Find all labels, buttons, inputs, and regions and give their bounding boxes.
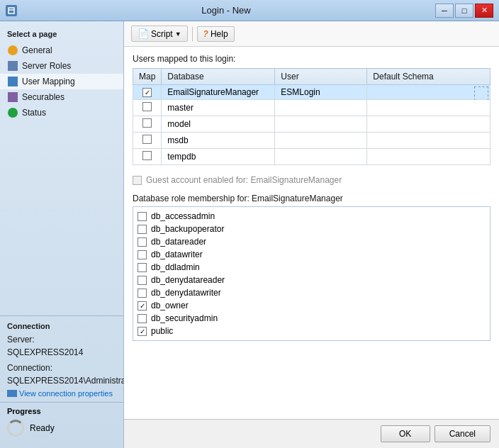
row-checkbox[interactable] xyxy=(142,135,152,144)
sidebar-status-label: Status xyxy=(22,108,46,118)
role-label: db_denydatawriter xyxy=(151,288,221,298)
roles-label: Database role membership for: EmailSigna… xyxy=(133,194,490,203)
sidebar-item-securables[interactable]: Securables xyxy=(0,89,123,105)
main-container: Select a page General Server Roles User … xyxy=(0,21,499,448)
role-checkbox[interactable] xyxy=(138,250,147,259)
role-item[interactable]: db_denydatareader xyxy=(138,274,486,286)
role-item[interactable]: db_securityadmin xyxy=(138,312,486,325)
close-button[interactable]: ✕ xyxy=(475,4,493,18)
cancel-button[interactable]: Cancel xyxy=(434,425,490,442)
row-checkbox[interactable] xyxy=(142,88,152,97)
roles-section: Database role membership for: EmailSigna… xyxy=(133,194,490,341)
users-section-label: Users mapped to this login: xyxy=(133,54,490,64)
content-area: 📄 Script ▼ ? Help Users mapped to this l… xyxy=(124,21,499,448)
row-checkbox[interactable] xyxy=(142,118,152,128)
users-table: Map Database User Default Schema EmailSi… xyxy=(133,68,490,165)
role-label: db_datawriter xyxy=(151,250,203,259)
server-roles-icon xyxy=(7,60,18,72)
table-row[interactable]: tempdb xyxy=(133,149,490,165)
script-arrow: ▼ xyxy=(175,30,181,38)
help-icon: ? xyxy=(203,29,208,39)
row-user xyxy=(275,133,367,149)
help-label: Help xyxy=(211,29,228,39)
sidebar-server-roles-label: Server Roles xyxy=(22,61,71,71)
role-item[interactable]: db_denydatawriter xyxy=(138,286,486,299)
row-database: msdb xyxy=(162,133,275,149)
title-bar: Login - New ─ □ ✕ xyxy=(0,0,499,21)
col-user: User xyxy=(275,69,367,85)
role-checkbox[interactable] xyxy=(138,276,147,285)
row-schema xyxy=(367,149,490,165)
role-item[interactable]: db_datareader xyxy=(138,235,486,248)
connection-header: Connection xyxy=(7,322,116,330)
role-label: db_ddladmin xyxy=(151,262,200,272)
app-icon xyxy=(6,5,17,16)
row-schema xyxy=(367,100,490,116)
connection-info: Connection: SQLEXPRESS2014\Administrator xyxy=(7,362,116,387)
role-label: db_denydatareader xyxy=(151,275,225,285)
row-checkbox[interactable] xyxy=(142,151,152,160)
role-item[interactable]: db_backupoperator xyxy=(138,223,486,235)
table-row[interactable]: EmailSignatureManager ESMLogin xyxy=(133,85,490,100)
role-checkbox[interactable] xyxy=(138,289,147,298)
role-label: db_securityadmin xyxy=(151,313,218,323)
role-label: public xyxy=(151,326,173,336)
role-checkbox[interactable] xyxy=(138,314,147,323)
server-label: Server: SQLEXPRESS2014 xyxy=(7,333,116,359)
role-checkbox[interactable] xyxy=(138,327,147,336)
role-item[interactable]: db_datawriter xyxy=(138,248,486,261)
row-checkbox[interactable] xyxy=(142,102,152,111)
sidebar-item-general[interactable]: General xyxy=(0,43,123,58)
content-body: Users mapped to this login: Map Database… xyxy=(124,47,499,419)
sidebar-securables-label: Securables xyxy=(22,92,65,102)
row-database: tempdb xyxy=(162,149,275,165)
role-label: db_owner xyxy=(151,301,189,310)
sidebar-item-status[interactable]: Status xyxy=(0,105,123,121)
server-value: SQLEXPRESS2014 xyxy=(7,347,83,357)
sidebar-item-user-mapping[interactable]: User Mapping xyxy=(0,74,123,89)
row-user: ESMLogin xyxy=(275,85,367,100)
row-user xyxy=(275,116,367,133)
minimize-button[interactable]: ─ xyxy=(435,4,454,18)
progress-content: Ready xyxy=(7,420,116,437)
ok-button[interactable]: OK xyxy=(381,425,430,442)
select-page-label: Select a page xyxy=(0,27,123,43)
role-checkbox[interactable] xyxy=(138,301,147,310)
row-schema xyxy=(367,85,490,100)
progress-spinner xyxy=(7,420,24,437)
toolbar-separator xyxy=(192,27,193,41)
progress-status: Ready xyxy=(30,423,55,433)
connection-value: SQLEXPRESS2014\Administrator xyxy=(7,376,135,386)
securables-icon xyxy=(7,91,18,103)
table-row[interactable]: msdb xyxy=(133,133,490,149)
role-checkbox[interactable] xyxy=(138,237,147,247)
view-connection-link[interactable]: View connection properties xyxy=(7,389,116,398)
guest-checkbox[interactable] xyxy=(133,176,142,185)
window-controls: ─ □ ✕ xyxy=(435,4,493,18)
general-icon xyxy=(7,45,18,56)
col-database: Database xyxy=(162,69,275,85)
row-schema xyxy=(367,116,490,133)
roles-list: db_accessadmin db_backupoperator db_data… xyxy=(133,206,490,341)
sidebar-item-server-roles[interactable]: Server Roles xyxy=(0,58,123,74)
role-item[interactable]: public xyxy=(138,325,486,337)
sidebar-general-label: General xyxy=(22,45,52,55)
role-checkbox[interactable] xyxy=(138,263,147,272)
user-mapping-icon xyxy=(7,76,18,87)
script-button[interactable]: 📄 Script ▼ xyxy=(131,26,188,42)
maximize-button[interactable]: □ xyxy=(455,4,473,18)
role-checkbox[interactable] xyxy=(138,225,147,234)
link-icon xyxy=(7,390,17,397)
script-icon: 📄 xyxy=(138,28,149,39)
help-button[interactable]: ? Help xyxy=(197,26,235,42)
role-item[interactable]: db_accessadmin xyxy=(138,210,486,223)
role-item[interactable]: db_owner xyxy=(138,299,486,312)
role-checkbox[interactable] xyxy=(138,212,147,221)
status-icon xyxy=(7,107,18,118)
row-database: master xyxy=(162,100,275,116)
table-row[interactable]: master xyxy=(133,100,490,116)
table-row[interactable]: model xyxy=(133,116,490,133)
role-item[interactable]: db_ddladmin xyxy=(138,261,486,274)
sidebar: Select a page General Server Roles User … xyxy=(0,21,124,448)
role-label: db_accessadmin xyxy=(151,211,215,221)
